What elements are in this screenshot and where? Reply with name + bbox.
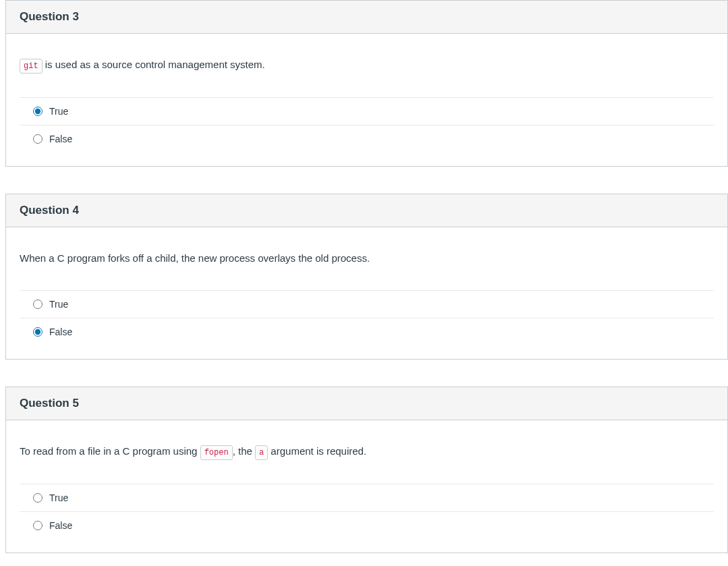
question-text: To read from a file in a C program using… bbox=[20, 444, 714, 460]
question-title: Question 4 bbox=[20, 204, 714, 217]
code-inline: a bbox=[255, 445, 268, 460]
question-block-3: Question 3 git is used as a source contr… bbox=[5, 0, 728, 167]
answers-group: True False bbox=[20, 484, 714, 539]
question-text-mid: is used as a source control management s… bbox=[43, 59, 265, 70]
answer-row-false[interactable]: False bbox=[20, 125, 714, 152]
question-text: git is used as a source control manageme… bbox=[20, 57, 714, 74]
answer-row-true[interactable]: True bbox=[20, 484, 714, 512]
question-body: To read from a file in a C program using… bbox=[6, 420, 727, 553]
answer-row-true[interactable]: True bbox=[20, 291, 714, 318]
answer-label[interactable]: False bbox=[49, 520, 72, 531]
question-header: Question 3 bbox=[6, 1, 727, 34]
question-text-pre: To read from a file in a C program using bbox=[20, 445, 200, 457]
question-title: Question 3 bbox=[20, 10, 714, 24]
radio-false[interactable] bbox=[33, 134, 43, 144]
question-block-4: Question 4 When a C program forks off a … bbox=[5, 194, 728, 360]
answer-label[interactable]: True bbox=[49, 492, 68, 503]
question-body: git is used as a source control manageme… bbox=[6, 34, 727, 166]
answers-group: True False bbox=[20, 290, 714, 345]
answer-label[interactable]: True bbox=[49, 299, 68, 310]
question-header: Question 5 bbox=[6, 387, 727, 420]
radio-true[interactable] bbox=[33, 107, 43, 116]
question-header: Question 4 bbox=[6, 194, 727, 227]
radio-false[interactable] bbox=[33, 327, 43, 337]
answer-label[interactable]: False bbox=[49, 134, 72, 144]
answer-row-false[interactable]: False bbox=[20, 512, 714, 539]
radio-true[interactable] bbox=[33, 493, 43, 503]
answer-row-true[interactable]: True bbox=[20, 98, 714, 125]
code-inline: fopen bbox=[200, 445, 233, 460]
question-block-5: Question 5 To read from a file in a C pr… bbox=[5, 387, 728, 553]
answer-label[interactable]: True bbox=[49, 106, 68, 117]
question-title: Question 5 bbox=[20, 397, 714, 410]
question-text-post: argument is required. bbox=[268, 445, 366, 457]
radio-true[interactable] bbox=[33, 300, 43, 309]
question-text: When a C program forks off a child, the … bbox=[20, 251, 714, 266]
answer-label[interactable]: False bbox=[49, 327, 72, 337]
answers-group: True False bbox=[20, 97, 714, 152]
radio-false[interactable] bbox=[33, 521, 43, 530]
question-text-mid: , the bbox=[233, 445, 255, 457]
code-inline: git bbox=[20, 59, 43, 74]
answer-row-false[interactable]: False bbox=[20, 318, 714, 345]
question-body: When a C program forks off a child, the … bbox=[6, 227, 727, 359]
